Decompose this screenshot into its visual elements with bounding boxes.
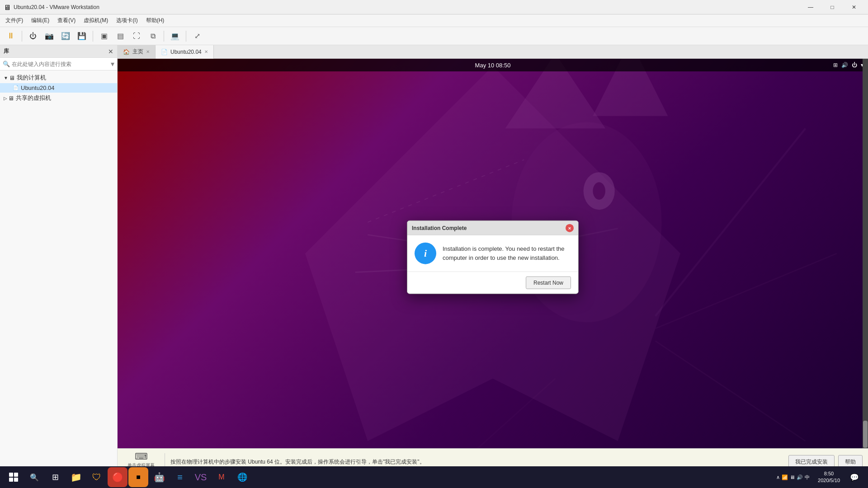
sidebar-item-my-computer-label: 我的计算机 <box>17 74 46 82</box>
computer-icon: 🖥 <box>9 75 15 81</box>
sidebar-item-ubuntu-label: Ubuntu20.04 <box>21 84 54 91</box>
taskbar-app-matlab[interactable]: M <box>212 467 231 487</box>
vm-area: May 10 08:50 ⊞ 🔊 ⏻ ▾ <box>118 59 868 488</box>
start-button[interactable] <box>4 467 24 487</box>
toolbar-view1-btn[interactable]: ▣ <box>97 29 111 43</box>
menu-bar: 文件(F) 编辑(E) 查看(V) 虚拟机(M) 选项卡(I) 帮助(H) <box>0 14 868 27</box>
tab-ubuntu-label: Ubuntu20.04 <box>170 49 202 55</box>
app-icon: 🖥 <box>4 4 11 11</box>
tab-home-icon: 🏠 <box>123 49 130 55</box>
menu-tabs[interactable]: 选项卡(I) <box>113 15 141 26</box>
sidebar-item-ubuntu[interactable]: 📄 Ubuntu20.04 <box>0 83 117 93</box>
vertical-scrollbar[interactable] <box>863 59 868 448</box>
taskbar-tray: ∧ 📶 🖥 🔊 中 <box>776 474 813 481</box>
toolbar-view2-btn[interactable]: ▤ <box>113 29 127 43</box>
taskbar-clock[interactable]: 8:50 2020/5/10 <box>814 470 844 484</box>
svg-line-10 <box>656 253 837 328</box>
tree-arrow-shared: ▷ <box>4 96 7 101</box>
search-icon: 🔍 <box>3 61 10 67</box>
taskbar-app-chrome[interactable]: 🌐 <box>232 467 252 487</box>
toolbar-pause-btn[interactable]: ⏸ <box>4 29 18 43</box>
taskbar-time-value: 8:50 <box>824 470 834 477</box>
menu-file[interactable]: 文件(F) <box>2 15 27 26</box>
taskbar-app-vs[interactable]: VS <box>191 467 211 487</box>
ubuntu-volume-icon[interactable]: 🔊 <box>841 62 848 68</box>
dialog-overlay: Installation Complete × i Installation i… <box>407 221 579 294</box>
tray-network-icon[interactable]: 📶 <box>782 474 788 480</box>
dialog-footer: Restart Now <box>407 272 578 294</box>
toolbar: ⏸ ⏻ 📷 🔄 💾 ▣ ▤ ⛶ ⧉ 💻 ⤢ <box>0 27 868 45</box>
tray-chevron[interactable]: ∧ <box>776 474 780 480</box>
taskbar-app-stack[interactable]: ≡ <box>170 467 190 487</box>
tab-ubuntu[interactable]: 📄 Ubuntu20.04 ✕ <box>156 45 214 59</box>
dialog-title-bar: Installation Complete × <box>407 221 578 235</box>
sidebar: 库 ✕ 🔍 ▾ ▼ 🖥 我的计算机 📄 Ubuntu20.04 <box>0 45 118 488</box>
content-wrapper: 库 ✕ 🔍 ▾ ▼ 🖥 我的计算机 📄 Ubuntu20.04 <box>0 45 868 488</box>
sidebar-close-btn[interactable]: ✕ <box>108 48 113 55</box>
toolbar-power-btn[interactable]: ⏻ <box>26 29 40 43</box>
tray-volume-icon[interactable]: 🔊 <box>797 474 803 480</box>
window-title: Ubuntu20.04 - VMware Workstation <box>14 4 800 10</box>
keyboard-icon: ⌨ <box>135 450 148 462</box>
svg-line-11 <box>656 341 806 441</box>
taskbar-app-green-android[interactable]: 🤖 <box>149 467 169 487</box>
tab-home-label: 主页 <box>132 48 143 56</box>
toolbar-sep-2 <box>93 31 93 42</box>
sidebar-tree: ▼ 🖥 我的计算机 📄 Ubuntu20.04 ▷ 🖥 共享的虚拟机 <box>0 70 117 488</box>
toolbar-snapshot-btn[interactable]: 📷 <box>42 29 57 43</box>
ubuntu-grid-icon[interactable]: ⊞ <box>833 62 838 68</box>
menu-view[interactable]: 查看(V) <box>54 15 79 26</box>
close-button[interactable]: ✕ <box>844 0 864 14</box>
menu-edit[interactable]: 编辑(E) <box>28 15 53 26</box>
tab-home-close[interactable]: ✕ <box>146 49 150 54</box>
search-input[interactable] <box>12 61 111 67</box>
scrollbar-thumb[interactable] <box>863 421 868 448</box>
sidebar-title: 库 <box>4 47 9 55</box>
minimize-button[interactable]: — <box>800 0 821 14</box>
tab-ubuntu-close[interactable]: ✕ <box>204 49 208 54</box>
installation-complete-dialog: Installation Complete × i Installation i… <box>407 221 579 294</box>
taskbar-app-file-explorer[interactable]: 📁 <box>66 467 86 487</box>
toolbar-suspend-btn[interactable]: 💾 <box>75 29 89 43</box>
tray-display-icon[interactable]: 🖥 <box>790 474 795 480</box>
sidebar-item-my-computer[interactable]: ▼ 🖥 我的计算机 <box>0 72 117 83</box>
toolbar-sep-3 <box>164 31 164 42</box>
taskbar-notification-button[interactable]: 💬 <box>844 467 864 487</box>
tray-ime-icon[interactable]: 中 <box>805 474 810 481</box>
ubuntu-desktop[interactable]: May 10 08:50 ⊞ 🔊 ⏻ ▾ <box>118 59 868 448</box>
maximize-button[interactable]: □ <box>822 0 843 14</box>
taskbar-app-red-icon[interactable]: 🔴 <box>108 467 127 487</box>
toolbar-unity-btn[interactable]: ⧉ <box>146 29 160 43</box>
toolbar-fullscreen-btn[interactable]: ⛶ <box>129 29 144 43</box>
menu-help[interactable]: 帮助(H) <box>142 15 168 26</box>
vm-viewport[interactable]: May 10 08:50 ⊞ 🔊 ⏻ ▾ <box>118 59 868 448</box>
taskbar-app-antivirus[interactable]: 🛡 <box>87 467 107 487</box>
toolbar-console-btn[interactable]: 💻 <box>168 29 182 43</box>
ubuntu-topbar-icons: ⊞ 🔊 ⏻ ▾ <box>833 62 863 68</box>
status-message: 按照在物理计算机中的步骤安装 Ubuntu 64 位。安装完成后，操作系统会进行… <box>170 458 783 466</box>
toolbar-sep-4 <box>186 31 186 42</box>
taskbar-app-orange-sq[interactable]: ■ <box>128 467 148 487</box>
toolbar-restore-btn[interactable]: 🔄 <box>58 29 73 43</box>
sidebar-item-shared-label: 共享的虚拟机 <box>16 94 51 102</box>
app-window: 🖥 Ubuntu20.04 - VMware Workstation — □ ✕… <box>0 0 868 488</box>
dialog-close-button[interactable]: × <box>566 224 574 232</box>
shared-icon: 🖥 <box>8 95 14 102</box>
dropdown-icon[interactable]: ▾ <box>111 60 114 68</box>
sidebar-header: 库 ✕ <box>0 45 117 58</box>
ubuntu-power-icon[interactable]: ⏻ <box>852 62 857 68</box>
ubuntu-topbar: May 10 08:50 ⊞ 🔊 ⏻ ▾ <box>118 59 868 71</box>
restart-now-button[interactable]: Restart Now <box>526 277 571 289</box>
task-view-button[interactable]: ⊞ <box>45 467 65 487</box>
toolbar-sep-1 <box>22 31 22 42</box>
taskbar-search-button[interactable]: 🔍 <box>24 467 44 487</box>
ubuntu-time: May 10 08:50 <box>475 62 511 69</box>
menu-vm[interactable]: 虚拟机(M) <box>80 15 112 26</box>
tab-ubuntu-icon: 📄 <box>161 49 168 55</box>
sidebar-item-shared-vms[interactable]: ▷ 🖥 共享的虚拟机 <box>0 93 117 103</box>
taskbar-date-value: 2020/5/10 <box>818 477 840 484</box>
tab-home[interactable]: 🏠 主页 ✕ <box>118 45 156 59</box>
tree-arrow-my-computer: ▼ <box>4 75 8 80</box>
toolbar-settings-btn[interactable]: ⤢ <box>190 29 204 43</box>
svg-line-9 <box>656 128 806 316</box>
